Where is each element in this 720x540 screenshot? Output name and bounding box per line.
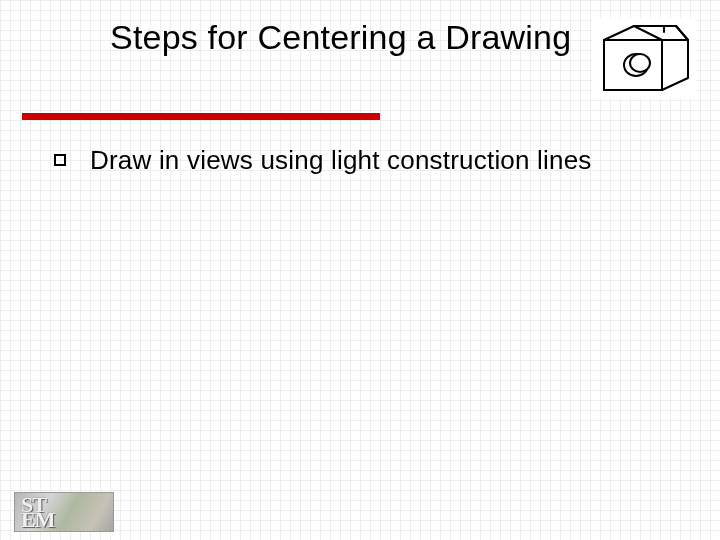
logo-line-2: EM — [21, 507, 54, 532]
title-underline — [22, 113, 380, 120]
title-container: Steps for Centering a Drawing — [110, 18, 580, 57]
stem-logo-text: ST EM — [21, 497, 54, 528]
isometric-block-icon — [592, 18, 696, 98]
stem-logo: ST EM — [14, 492, 114, 532]
bullet-item: Draw in views using light construction l… — [54, 145, 674, 177]
svg-point-8 — [630, 54, 650, 72]
body-content: Draw in views using light construction l… — [54, 145, 674, 177]
slide-title: Steps for Centering a Drawing — [110, 18, 580, 57]
square-bullet-icon — [54, 154, 66, 166]
bullet-text: Draw in views using light construction l… — [90, 145, 592, 177]
